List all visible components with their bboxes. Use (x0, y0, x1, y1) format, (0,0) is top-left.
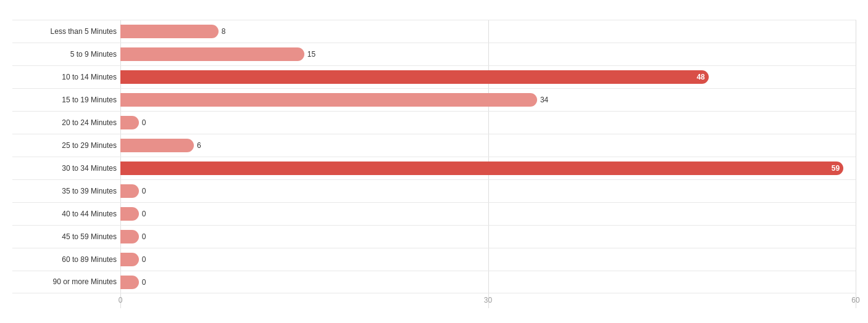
bar-area-9: 0 (120, 226, 856, 248)
bar-label-1: 5 to 9 Minutes (12, 50, 120, 59)
bar-label-7: 35 to 39 Minutes (12, 187, 120, 195)
x-axis-label-0: 0 (119, 296, 123, 305)
bar-value-7: 0 (142, 187, 146, 195)
bar-area-7: 0 (120, 180, 856, 202)
bar-value-6: 59 (832, 164, 840, 173)
bar-fill-5 (120, 139, 194, 152)
bar-fill-2: 48 (120, 70, 709, 84)
bar-label-11: 90 or more Minutes (12, 277, 120, 286)
bar-fill-0 (120, 25, 219, 38)
bar-label-10: 60 to 89 Minutes (12, 255, 120, 264)
bar-area-5: 6 (120, 134, 856, 157)
bar-row-9: 45 to 59 Minutes0 (12, 225, 856, 248)
bar-label-8: 40 to 44 Minutes (12, 210, 120, 218)
bar-label-4: 20 to 24 Minutes (12, 118, 120, 127)
grid-line-60 (856, 20, 856, 308)
bar-row-2: 10 to 14 Minutes48 (12, 65, 856, 88)
bar-row-1: 5 to 9 Minutes15 (12, 43, 856, 65)
bar-label-0: Less than 5 Minutes (12, 27, 120, 36)
bar-row-8: 40 to 44 Minutes0 (12, 202, 856, 225)
bar-fill-7 (120, 184, 139, 198)
bar-fill-6: 59 (120, 162, 843, 175)
bar-label-3: 15 to 19 Minutes (12, 96, 120, 104)
bar-area-11: 0 (120, 271, 856, 293)
bar-label-9: 45 to 59 Minutes (12, 232, 120, 241)
bar-row-6: 30 to 34 Minutes59 (12, 157, 856, 179)
bar-value-9: 0 (142, 232, 146, 241)
bar-value-8: 0 (142, 210, 146, 218)
x-axis-label-60: 60 (851, 296, 859, 305)
bar-value-10: 0 (142, 255, 146, 264)
bar-row-10: 60 to 89 Minutes0 (12, 248, 856, 271)
bar-area-0: 8 (120, 20, 856, 43)
bar-fill-3 (120, 93, 537, 107)
bar-value-4: 0 (142, 118, 146, 127)
bar-value-5: 6 (197, 141, 201, 150)
bar-fill-11 (120, 276, 139, 289)
bar-fill-8 (120, 207, 139, 221)
bar-row-0: Less than 5 Minutes8 (12, 20, 856, 43)
x-axis: 03060 (120, 296, 856, 308)
bar-value-11: 0 (142, 278, 146, 287)
bar-row-7: 35 to 39 Minutes0 (12, 179, 856, 202)
bar-label-6: 30 to 34 Minutes (12, 164, 120, 173)
bar-label-5: 25 to 29 Minutes (12, 141, 120, 150)
bar-row-11: 90 or more Minutes0 (12, 271, 856, 293)
bar-area-8: 0 (120, 203, 856, 225)
x-axis-label-30: 30 (484, 296, 492, 305)
bar-area-2: 48 (120, 66, 856, 88)
bars-container: Less than 5 Minutes85 to 9 Minutes1510 t… (12, 20, 856, 293)
bar-value-3: 34 (540, 96, 548, 104)
bar-value-2: 48 (696, 73, 704, 81)
bar-row-5: 25 to 29 Minutes6 (12, 134, 856, 157)
bar-fill-9 (120, 230, 139, 243)
bar-label-2: 10 to 14 Minutes (12, 73, 120, 81)
bar-fill-10 (120, 253, 139, 266)
bar-area-3: 34 (120, 89, 856, 111)
bar-area-1: 15 (120, 43, 856, 65)
bar-row-4: 20 to 24 Minutes0 (12, 111, 856, 134)
bar-value-0: 8 (222, 27, 226, 36)
bar-area-6: 59 (120, 157, 856, 179)
chart-body: Less than 5 Minutes85 to 9 Minutes1510 t… (12, 20, 856, 308)
bar-fill-4 (120, 116, 139, 129)
bar-area-10: 0 (120, 248, 856, 271)
bar-value-1: 15 (307, 50, 315, 59)
chart-container: Less than 5 Minutes85 to 9 Minutes1510 t… (0, 6, 868, 323)
bar-row-3: 15 to 19 Minutes34 (12, 88, 856, 111)
bar-area-4: 0 (120, 112, 856, 134)
bar-fill-1 (120, 47, 304, 61)
